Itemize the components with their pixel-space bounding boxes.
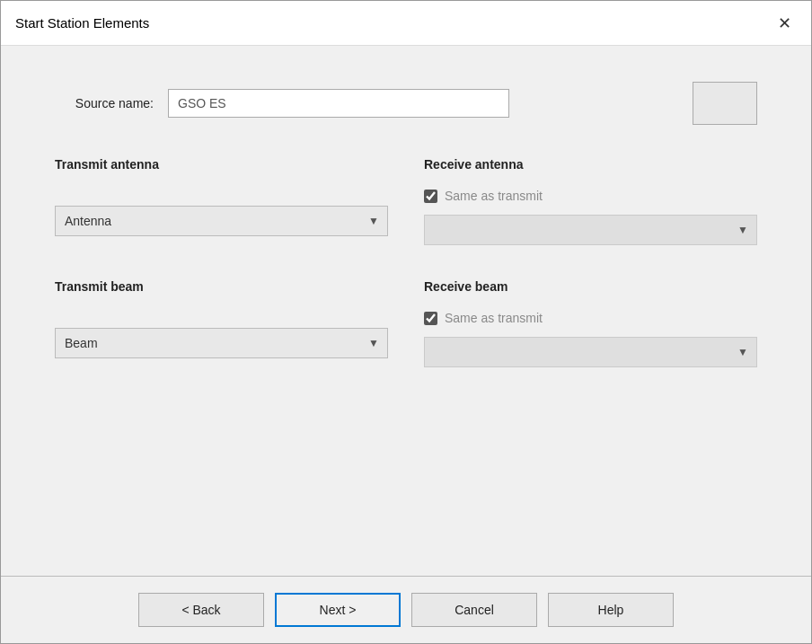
dialog: Start Station Elements ✕ Source name: Tr… xyxy=(0,0,812,644)
help-button[interactable]: Help xyxy=(548,593,674,627)
transmit-beam-label: Transmit beam xyxy=(55,279,388,294)
receive-beam-col: Receive beam Same as transmit ▼ xyxy=(424,279,757,367)
next-button[interactable]: Next > xyxy=(275,593,401,627)
receive-beam-dropdown[interactable] xyxy=(424,337,757,367)
source-name-label: Source name: xyxy=(55,96,154,110)
dialog-title: Start Station Elements xyxy=(15,15,149,31)
transmit-antenna-dropdown-wrapper: Antenna ▼ xyxy=(55,206,388,236)
receive-antenna-same-row: Same as transmit xyxy=(424,186,757,206)
receive-beam-same-label: Same as transmit xyxy=(445,311,543,325)
transmit-beam-dropdown-wrapper: Beam ▼ xyxy=(55,328,388,358)
color-picker-box[interactable] xyxy=(693,82,757,125)
transmit-beam-col: Transmit beam Beam ▼ xyxy=(55,279,388,367)
receive-antenna-same-label: Same as transmit xyxy=(445,189,543,203)
button-row: < Back Next > Cancel Help xyxy=(1,577,811,643)
transmit-beam-dropdown[interactable]: Beam xyxy=(55,328,388,358)
receive-antenna-label: Receive antenna xyxy=(424,157,757,172)
dialog-content: Source name: Transmit antenna Antenna ▼ … xyxy=(1,46,811,576)
receive-antenna-dropdown[interactable] xyxy=(424,215,757,245)
source-name-row: Source name: xyxy=(55,82,757,125)
transmit-antenna-spacer xyxy=(55,186,388,206)
transmit-antenna-label: Transmit antenna xyxy=(55,157,388,172)
receive-beam-label: Receive beam xyxy=(424,279,757,294)
close-button[interactable]: ✕ xyxy=(772,11,797,36)
back-button[interactable]: < Back xyxy=(138,593,264,627)
source-name-input[interactable] xyxy=(168,89,509,118)
receive-beam-same-checkbox[interactable] xyxy=(424,312,437,325)
cancel-button[interactable]: Cancel xyxy=(411,593,537,627)
beam-section: Transmit beam Beam ▼ Receive beam Same a… xyxy=(55,279,757,367)
title-bar: Start Station Elements ✕ xyxy=(1,1,811,46)
receive-beam-same-row: Same as transmit xyxy=(424,308,757,328)
receive-antenna-col: Receive antenna Same as transmit ▼ xyxy=(424,157,757,245)
transmit-antenna-dropdown[interactable]: Antenna xyxy=(55,206,388,236)
receive-antenna-same-checkbox[interactable] xyxy=(424,190,437,203)
receive-beam-dropdown-wrapper: ▼ xyxy=(424,337,757,367)
content-spacer xyxy=(55,367,757,558)
transmit-beam-spacer xyxy=(55,308,388,328)
receive-antenna-dropdown-wrapper: ▼ xyxy=(424,215,757,245)
antenna-section: Transmit antenna Antenna ▼ Receive anten… xyxy=(55,157,757,245)
transmit-antenna-col: Transmit antenna Antenna ▼ xyxy=(55,157,388,245)
